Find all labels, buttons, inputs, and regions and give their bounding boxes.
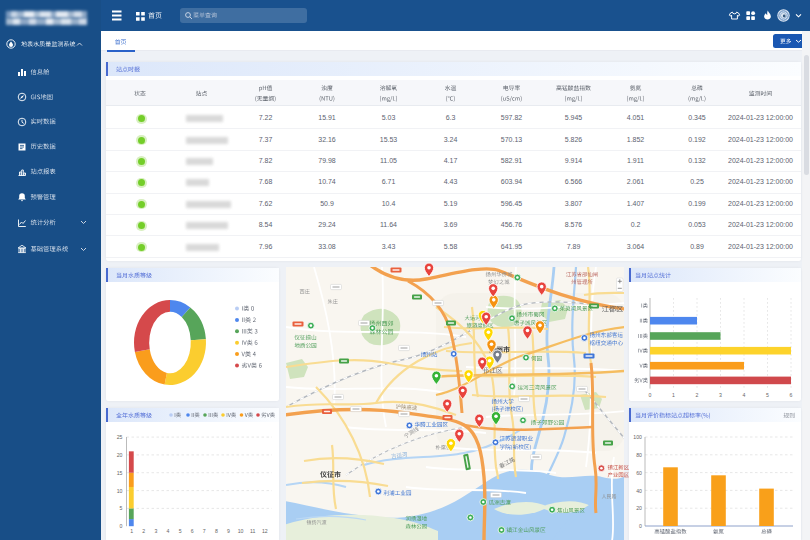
svg-text:15: 15 <box>117 470 123 476</box>
svg-text:10: 10 <box>238 528 244 534</box>
svg-text:60: 60 <box>636 470 642 476</box>
svg-text:80: 80 <box>636 452 642 458</box>
svg-text:5: 5 <box>120 505 123 511</box>
svg-text:10: 10 <box>117 488 123 494</box>
svg-text:7: 7 <box>203 528 206 534</box>
svg-text:2: 2 <box>142 528 145 534</box>
svg-text:2: 2 <box>696 392 699 398</box>
svg-text:4: 4 <box>743 392 746 398</box>
svg-text:12: 12 <box>262 528 268 534</box>
svg-text:20: 20 <box>117 452 123 458</box>
svg-text:8: 8 <box>215 528 218 534</box>
svg-text:5: 5 <box>179 528 182 534</box>
svg-text:6: 6 <box>191 528 194 534</box>
svg-text:40: 40 <box>636 488 642 494</box>
svg-text:1: 1 <box>130 528 133 534</box>
svg-text:3: 3 <box>719 392 722 398</box>
svg-text:0: 0 <box>649 392 652 398</box>
svg-text:9: 9 <box>227 528 230 534</box>
svg-text:0: 0 <box>120 523 123 529</box>
svg-text:11: 11 <box>250 528 255 534</box>
svg-text:4: 4 <box>167 528 170 534</box>
svg-text:0: 0 <box>639 523 642 529</box>
svg-text:6: 6 <box>790 392 793 398</box>
svg-text:3: 3 <box>154 528 157 534</box>
svg-text:100: 100 <box>633 434 642 440</box>
svg-text:25: 25 <box>117 434 123 440</box>
svg-text:1: 1 <box>672 392 675 398</box>
svg-text:20: 20 <box>636 505 642 511</box>
svg-text:5: 5 <box>766 392 769 398</box>
